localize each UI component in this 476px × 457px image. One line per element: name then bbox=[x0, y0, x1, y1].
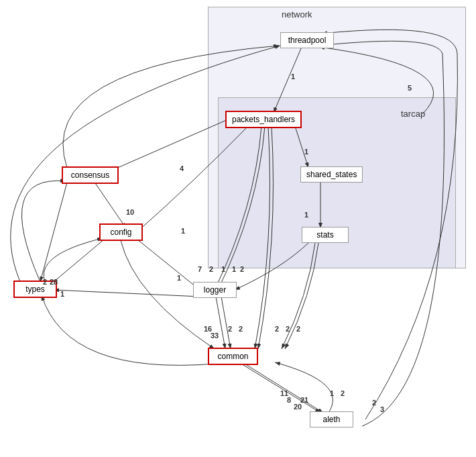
edge-label-2c: 2 bbox=[228, 325, 232, 333]
network-label: network bbox=[282, 9, 312, 19]
node-shared-states: shared_states bbox=[300, 166, 363, 183]
diagram-container: network tarcap bbox=[0, 0, 476, 457]
edge-label-2j: 2 bbox=[43, 278, 47, 286]
edge-label-1e: 1 bbox=[177, 274, 181, 282]
edge-label-1: 1 bbox=[291, 72, 295, 81]
edge-label-1f: 1 bbox=[221, 265, 225, 273]
edge-label-1g: 1 bbox=[232, 265, 236, 273]
edge-label-2i: 2 bbox=[372, 399, 376, 407]
edge-label-1d: 1 bbox=[181, 227, 185, 235]
node-stats: stats bbox=[302, 227, 349, 243]
edge-label-1h: 1 bbox=[330, 389, 334, 397]
edge-label-3: 3 bbox=[380, 405, 384, 413]
edge-label-28: 28 bbox=[50, 278, 58, 286]
edge-label-2e: 2 bbox=[275, 325, 279, 333]
edge-label-4: 4 bbox=[180, 164, 184, 172]
node-aleth: aleth bbox=[310, 411, 353, 427]
edge-label-2h: 2 bbox=[341, 389, 345, 397]
node-common: common bbox=[208, 348, 258, 365]
edge-label-5: 5 bbox=[408, 84, 412, 92]
edge-label-2d: 2 bbox=[239, 325, 243, 333]
node-threadpool: threadpool bbox=[280, 32, 334, 48]
edge-label-2g: 2 bbox=[296, 325, 300, 333]
edge-label-10: 10 bbox=[126, 208, 134, 216]
node-consensus: consensus bbox=[62, 166, 119, 184]
edge-label-1i: 1 bbox=[60, 290, 64, 298]
edge-label-1b: 1 bbox=[304, 148, 308, 156]
edge-label-33: 33 bbox=[211, 332, 219, 340]
node-config: config bbox=[99, 223, 143, 241]
edge-label-2f: 2 bbox=[286, 325, 290, 333]
edge-label-1c: 1 bbox=[304, 211, 308, 219]
edge-label-7: 7 bbox=[198, 265, 202, 273]
edge-label-8: 8 bbox=[287, 396, 291, 404]
node-logger: logger bbox=[193, 282, 237, 298]
node-packets-handlers: packets_handlers bbox=[225, 111, 302, 128]
edge-label-21: 21 bbox=[300, 396, 308, 404]
edge-label-2: 2 bbox=[209, 265, 213, 273]
edge-label-2b: 2 bbox=[240, 265, 244, 273]
tarcap-label: tarcap bbox=[401, 109, 425, 119]
